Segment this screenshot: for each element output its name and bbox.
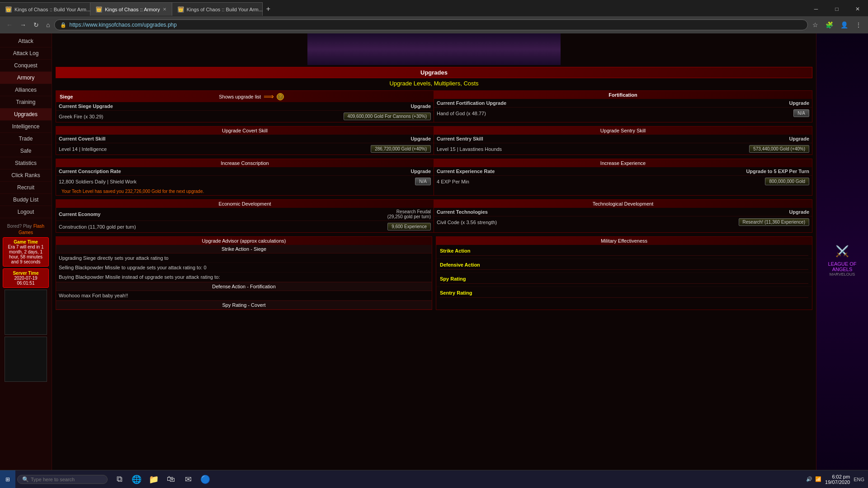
file-explorer-icon[interactable]: 📁 — [146, 471, 162, 488]
covert-upgrade-button[interactable]: 286,720,000 Gold (+40%) — [371, 145, 431, 153]
edge-icon: 🌐 — [132, 474, 142, 484]
fort-upgrade-button[interactable]: N/A — [793, 109, 809, 117]
covert-upgrade-label: Upgrade — [410, 136, 431, 141]
start-button[interactable]: ⊞ — [0, 470, 15, 488]
economic-upgrade-button[interactable]: 9,600 Experience — [387, 223, 431, 230]
upgrades-title: Upgrades — [56, 67, 812, 78]
taskbar-icons: ⧉ 🌐 📁 🛍 ✉ 🔵 — [109, 471, 215, 488]
help-icon[interactable]: ? — [277, 93, 284, 100]
military-divider-4 — [440, 297, 808, 298]
sentry-upgrade-button[interactable]: 573,440,000 Gold (+40%) — [749, 145, 809, 153]
home-button[interactable]: ⌂ — [43, 19, 52, 30]
tab-3-label: Kings of Chaos :: Build Your Arm... — [187, 7, 263, 12]
strike-action-label: Strike Action — [440, 248, 470, 253]
taskbar-search-container[interactable]: 🔍 — [17, 475, 108, 484]
bored-text: Bored? Play — [7, 224, 32, 229]
sidebar-item-alliances[interactable]: Alliances — [0, 84, 52, 96]
server-time-label: Server Time — [5, 271, 47, 276]
tab-3[interactable]: 👑 Kings of Chaos :: Build Your Arm... ✕ — [172, 2, 263, 16]
shows-upgrade-label: Shows upgrade list — [219, 94, 261, 99]
conscription-upgrade-label: Upgrade — [410, 169, 431, 174]
sidebar-item-safe[interactable]: Safe — [0, 145, 52, 157]
sidebar-item-statistics[interactable]: Statistics — [0, 157, 52, 169]
new-tab-button[interactable]: + — [263, 5, 274, 13]
sidebar-item-training[interactable]: Training — [0, 96, 52, 108]
mail-icon[interactable]: ✉ — [180, 471, 196, 488]
edge-browser-icon[interactable]: 🌐 — [128, 471, 145, 488]
content-area: Upgrades Upgrade Levels, Multipliers, Co… — [52, 33, 816, 488]
taskbar-right: 🔊 📶 6:02 pm 19/07/2020 ENG — [806, 474, 868, 485]
search-icon: 🔍 — [22, 476, 29, 483]
close-button[interactable]: ✕ — [847, 2, 868, 16]
volume-icon: 🔊 — [806, 476, 812, 482]
fort-upgrade-label: Upgrade — [789, 100, 809, 106]
tech-col: Technological Development Current Techno… — [434, 200, 812, 232]
tab-1[interactable]: 👑 Kings of Chaos :: Build Your Arm... ✕ — [0, 2, 90, 16]
economic-tech-section: Economic Development Current Economy Res… — [56, 199, 812, 233]
sidebar-item-attack-log[interactable]: Attack Log — [0, 47, 52, 60]
experience-col: Increase Experience Current Experience R… — [434, 159, 812, 195]
experience-labels-row: Current Experience Rate Upgrade to 5 EXP… — [434, 167, 812, 176]
task-view-button[interactable]: ⧉ — [111, 471, 127, 488]
conscription-labels-row: Current Conscription Rate Upgrade — [56, 167, 434, 176]
settings-button[interactable]: ⋮ — [853, 19, 864, 30]
forward-button[interactable]: → — [17, 19, 29, 30]
taskbar: ⊞ 🔍 ⧉ 🌐 📁 🛍 ✉ 🔵 🔊 📶 6:02 pm 19/ — [0, 470, 868, 488]
advisor-military-section: Upgrade Advisor (approx calculations) St… — [56, 236, 812, 310]
tab-2-close[interactable]: ✕ — [163, 7, 166, 12]
conscription-experience-section: Increase Conscription Current Conscripti… — [56, 159, 812, 196]
military-divider-3 — [440, 283, 808, 284]
maximize-button[interactable]: □ — [826, 2, 847, 16]
economic-content-row: Construction (11,700 gold per turn) 9,60… — [56, 221, 434, 232]
store-icon[interactable]: 🛍 — [163, 471, 179, 488]
bookmark-star-button[interactable]: ☆ — [810, 19, 821, 30]
research-feudal-label: Research Feudal(29,250 gold per turn) — [387, 209, 431, 219]
taskbar-time: 6:02 pm 19/07/2020 — [825, 474, 850, 485]
tab-2[interactable]: 👑 Kings of Chaos :: Armory ✕ — [90, 2, 172, 16]
sentry-header: Upgrade Sentry Skill — [434, 127, 812, 135]
sidebar-item-click-ranks[interactable]: Click Ranks — [0, 169, 52, 182]
sidebar-item-armory[interactable]: Armory — [0, 72, 52, 84]
address-bar[interactable]: 🔒 https://www.kingsofchaos.com/upgrades.… — [54, 19, 808, 30]
spy-covert-header: Spy Rating - Covert — [56, 300, 432, 310]
minimize-button[interactable]: ─ — [806, 2, 826, 16]
current-economy-label: Current Economy — [59, 211, 100, 217]
current-experience-label: Current Experience Rate — [437, 169, 495, 174]
sidebar-item-buddy-list[interactable]: Buddy List — [0, 194, 52, 206]
profile-button[interactable]: 👤 — [838, 19, 851, 30]
strike-siege-header: Strike Action - Siege — [56, 245, 432, 253]
covert-content-row: Level 14 | Intelligence 286,720,000 Gold… — [56, 143, 434, 155]
sidebar-item-conquest[interactable]: Conquest — [0, 60, 52, 72]
taskbar-clock: 6:02 pm — [825, 474, 850, 479]
conscription-upgrade-button[interactable]: N/A — [415, 178, 431, 185]
banner-box-2 — [5, 337, 47, 382]
refresh-button[interactable]: ↻ — [31, 19, 42, 30]
siege-upgrade-label: Upgrade — [410, 103, 431, 109]
conscription-col: Increase Conscription Current Conscripti… — [56, 159, 434, 195]
sidebar-item-trade[interactable]: Trade — [0, 133, 52, 145]
military-divider-1 — [440, 255, 808, 256]
back-button[interactable]: ← — [4, 19, 15, 30]
sidebar-item-attack[interactable]: Attack — [0, 35, 52, 47]
experience-content-row: 4 EXP Per Min 800,000,000 Gold — [434, 176, 812, 187]
upgrades-subtitle: Upgrade Levels, Multipliers, Costs — [56, 78, 812, 89]
tech-content-row: Civil Code (x 3.56 strength) Research! (… — [434, 216, 812, 228]
tech-upgrade-button[interactable]: Research! (11,360 Experience) — [739, 218, 809, 226]
sidebar-item-upgrades[interactable]: Upgrades — [0, 108, 52, 121]
taskbar-search-input[interactable] — [31, 477, 103, 482]
experience-upgrade-label: Upgrade to 5 EXP Per Turn — [746, 169, 809, 174]
sidebar-item-recruit[interactable]: Recruit — [0, 182, 52, 194]
tab-1-label: Kings of Chaos :: Build Your Arm... — [14, 7, 90, 12]
sidebar-nav: Attack Attack Log Conquest Armory Allian… — [0, 33, 52, 220]
extensions-button[interactable]: 🧩 — [823, 19, 836, 30]
siege-upgrade-button[interactable]: 409,600,000 Gold For Cannons (+30%) — [344, 113, 431, 120]
experience-upgrade-button[interactable]: 800,000,000 Gold — [765, 178, 809, 185]
sidebar-item-logout[interactable]: Logout — [0, 206, 52, 218]
sidebar-item-intelligence[interactable]: Intelligence — [0, 121, 52, 133]
internet-icon[interactable]: 🔵 — [197, 471, 213, 488]
banner-box-1 — [5, 290, 47, 335]
fort-content-row: Hand of God (x 48.77) N/A — [434, 108, 812, 119]
tech-labels-row: Current Technologies Upgrade — [434, 208, 812, 216]
server-time-date: 2020-07-19 — [5, 276, 47, 281]
internet-circle-icon: 🔵 — [200, 474, 210, 484]
